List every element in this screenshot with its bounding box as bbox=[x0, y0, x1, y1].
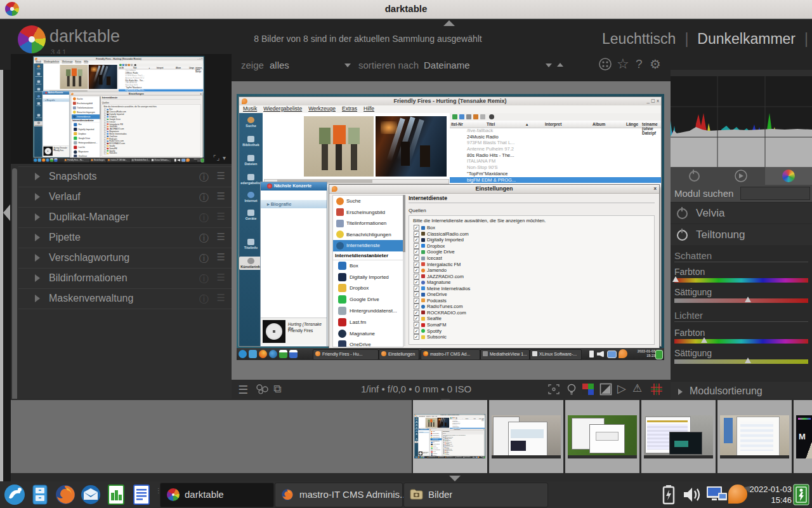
embedded-taskbar-button[interactable]: Einstellungen bbox=[438, 457, 445, 458]
lowriter-launcher-icon[interactable] bbox=[289, 350, 298, 358]
provider-digitally-imported[interactable]: Digitally Imported bbox=[72, 127, 100, 131]
firefox-icon[interactable] bbox=[53, 483, 77, 507]
sidebar-titelinfo[interactable]: Titelinfo bbox=[239, 239, 263, 250]
logout-icon[interactable] bbox=[793, 484, 809, 505]
left-panel-scrollbar[interactable] bbox=[12, 168, 17, 435]
slider-marker[interactable] bbox=[745, 297, 751, 302]
embedded-taskbar-button[interactable]: mastro-IT CMS Ad... bbox=[107, 158, 131, 163]
thunderbird-launcher-icon[interactable] bbox=[46, 159, 49, 162]
thunderbird-launcher-icon[interactable] bbox=[269, 350, 277, 358]
settings-dialog[interactable]: Einstellungen x Suche Erscheinungsbild T… bbox=[70, 92, 202, 158]
playlist-row[interactable]: ITALIANA FM bbox=[450, 158, 661, 164]
module-snapshots[interactable]: Snapshots ⓘ☰ bbox=[18, 166, 232, 187]
provider-onedrive[interactable]: OneDrive bbox=[333, 339, 403, 347]
reset-icon[interactable]: ⓘ bbox=[199, 232, 209, 244]
category-internetdienste[interactable]: Internetdienste bbox=[72, 114, 100, 119]
embedded-taskbar-button[interactable]: XLinux Software-... bbox=[530, 349, 582, 360]
tab-favorites[interactable] bbox=[717, 167, 764, 185]
taskbar-button-mastro[interactable]: mastro-IT CMS Adminis... bbox=[275, 483, 403, 507]
service-row[interactable]: ✓Subsonic bbox=[409, 334, 654, 340]
provider-dropbox[interactable]: Dropbox bbox=[72, 131, 100, 136]
sidebar-internet[interactable]: Internet bbox=[239, 192, 263, 203]
expand-arrow-icon[interactable] bbox=[678, 389, 683, 395]
menu-wiedergabeliste[interactable]: Wiedergabeliste bbox=[263, 105, 302, 112]
service-row[interactable]: ✓Jamendo bbox=[409, 267, 654, 274]
focus-peaking-icon[interactable] bbox=[547, 384, 560, 395]
whisker-menu-icon[interactable] bbox=[3, 483, 27, 507]
sidebar-bibliothek[interactable]: Bibliothek bbox=[34, 72, 44, 77]
battery-icon[interactable] bbox=[174, 159, 176, 161]
embedded-taskbar-button[interactable]: Friendly Fires - Hu... bbox=[427, 457, 438, 458]
menu-werkzeuge[interactable]: Werkzeuge bbox=[62, 60, 72, 63]
presets-icon[interactable]: ☰ bbox=[217, 211, 225, 222]
presets-icon[interactable]: ☰ bbox=[217, 292, 225, 304]
localc-launcher-icon[interactable] bbox=[50, 159, 53, 162]
module-verschlagwortung[interactable]: Verschlagwortung ⓘ☰ bbox=[18, 248, 232, 269]
service-row[interactable]: ✓Icecast bbox=[409, 255, 654, 262]
embedded-taskbar-button[interactable]: mastro-IT CMS Ad... bbox=[421, 349, 480, 360]
biografie-row[interactable]: ▸ Biografie bbox=[43, 98, 69, 102]
embedded-taskbar-button[interactable]: MediathekView 1... bbox=[480, 349, 530, 360]
embedded-taskbar-button[interactable]: XLinux Software-... bbox=[463, 457, 472, 458]
file-manager-icon[interactable] bbox=[28, 483, 52, 507]
sidebar-suche[interactable]: Suche bbox=[34, 65, 44, 69]
settings-dialog[interactable]: Einstellungen x Suche Erscheinungsbild T… bbox=[329, 184, 660, 349]
provider-hintergrunddatenst[interactable]: Hintergrunddatenst... bbox=[333, 305, 403, 317]
battery-icon[interactable] bbox=[589, 351, 594, 358]
filmstrip-thumbnail[interactable] bbox=[641, 400, 716, 473]
module-bildinformationen[interactable]: Bildinformationen ⓘ☰ bbox=[18, 268, 232, 289]
provider-lastfm[interactable]: Last.fm bbox=[333, 316, 403, 328]
menu-launcher-icon[interactable] bbox=[239, 350, 247, 358]
close-icon[interactable]: x bbox=[200, 93, 202, 95]
playlist-row[interactable]: 24Music Radio bbox=[450, 134, 661, 140]
sidebar-wiedergabelisten[interactable]: edergabelist bbox=[239, 174, 263, 185]
module-velvia[interactable]: Velvia bbox=[671, 202, 812, 224]
category-suche[interactable]: Suche bbox=[72, 97, 100, 101]
volume-icon[interactable] bbox=[683, 486, 703, 504]
lowriter-launcher-icon[interactable] bbox=[423, 457, 424, 458]
category-benachrichtigungen[interactable]: Benachrichtigungen bbox=[72, 110, 100, 114]
slider-marker[interactable] bbox=[672, 276, 679, 282]
menu-hilfe[interactable]: Hilfe bbox=[84, 60, 88, 63]
display-icon[interactable] bbox=[181, 159, 185, 162]
gamut-check-icon[interactable]: ⚠ bbox=[632, 382, 642, 395]
embedded-taskbar-button[interactable]: Einstellungen bbox=[379, 349, 419, 360]
slider-marker[interactable] bbox=[745, 358, 751, 363]
category-erscheinungsbild[interactable]: Erscheinungsbild bbox=[72, 101, 100, 105]
navigation-preview[interactable]: Friendly Fires - Hurting (Tensnake Remix… bbox=[11, 54, 232, 164]
playlist-row-selected[interactable]: bigFM EDM & PROG... bbox=[450, 177, 661, 184]
zoom-fit-controls[interactable]: ⌜⌟ ▾ bbox=[213, 154, 226, 161]
menu-hilfe[interactable]: Hilfe bbox=[363, 105, 374, 112]
menu-musik[interactable]: Musik bbox=[36, 60, 41, 63]
service-row[interactable]: ✓Intergalactic FM bbox=[409, 261, 654, 267]
reset-icon[interactable]: ⓘ bbox=[199, 171, 209, 184]
lowriter-launcher-icon[interactable] bbox=[54, 159, 57, 162]
window-controls[interactable]: _ ◻ x bbox=[197, 57, 202, 60]
settings-titlebar[interactable]: Einstellungen x bbox=[329, 185, 659, 194]
firefox-launcher-icon[interactable] bbox=[42, 159, 45, 162]
expand-arrow-icon[interactable] bbox=[35, 274, 40, 282]
embedded-taskbar-button[interactable]: Friendly Fires - Hu... bbox=[63, 158, 90, 163]
firefox-launcher-icon[interactable] bbox=[259, 350, 267, 358]
category-scrollbar[interactable] bbox=[100, 97, 101, 157]
biografie-row[interactable]: ▸ Biografie bbox=[261, 200, 327, 208]
reset-icon[interactable]: ⓘ bbox=[199, 273, 209, 285]
tab-color-modules[interactable] bbox=[765, 167, 812, 185]
service-row[interactable]: ✓Dropbox bbox=[409, 243, 654, 250]
rawoverexposed-icon[interactable] bbox=[582, 383, 594, 396]
iso12646-lamp-icon[interactable] bbox=[566, 383, 577, 396]
concerts-header[interactable]: Nächste Konzerte bbox=[43, 91, 69, 95]
module-maskenverwaltung[interactable]: Maskenverwaltung ⓘ☰ bbox=[18, 288, 232, 309]
service-row[interactable]: ✓Digitally Imported bbox=[409, 237, 654, 243]
expand-arrow-icon[interactable] bbox=[35, 295, 40, 302]
volume-icon[interactable] bbox=[178, 159, 180, 161]
edited-image[interactable]: Friendly Fires - Hurting (Tensnake Remix… bbox=[414, 414, 485, 458]
category-titelinformationen[interactable]: Titelinformationen bbox=[333, 218, 403, 229]
menu-werkzeuge[interactable]: Werkzeuge bbox=[308, 105, 336, 112]
reset-icon[interactable]: ⓘ bbox=[199, 293, 209, 305]
embedded-taskbar-button[interactable]: mastro-IT CMS Ad... bbox=[445, 457, 455, 458]
provider-digitally-imported[interactable]: Digitally Imported bbox=[333, 271, 403, 283]
edited-image[interactable]: Friendly Fires - Hurting (Tensnake Remix… bbox=[237, 94, 664, 360]
zeige-caret-icon[interactable] bbox=[344, 64, 351, 67]
volume-icon[interactable] bbox=[474, 457, 475, 458]
